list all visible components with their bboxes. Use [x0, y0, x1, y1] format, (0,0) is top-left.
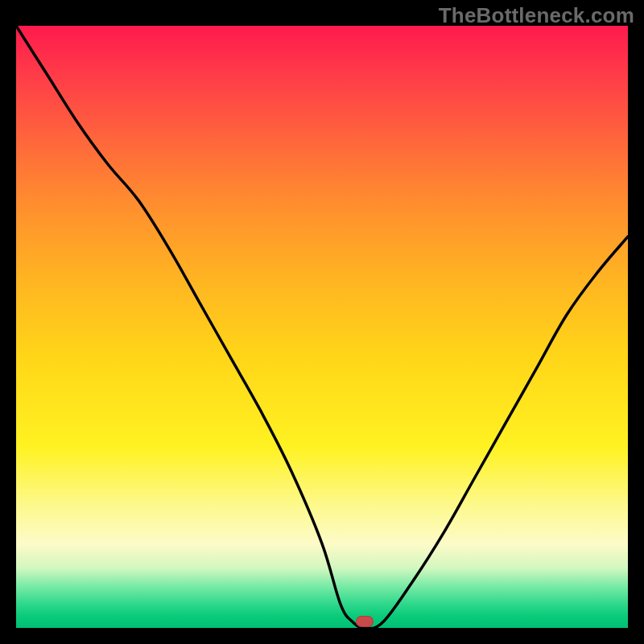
heat-gradient-bg	[16, 26, 628, 628]
watermark-text: TheBottleneck.com	[439, 3, 634, 28]
optimal-point-marker	[356, 616, 374, 627]
plot-area	[16, 26, 628, 628]
chart-container: TheBottleneck.com	[0, 0, 644, 644]
